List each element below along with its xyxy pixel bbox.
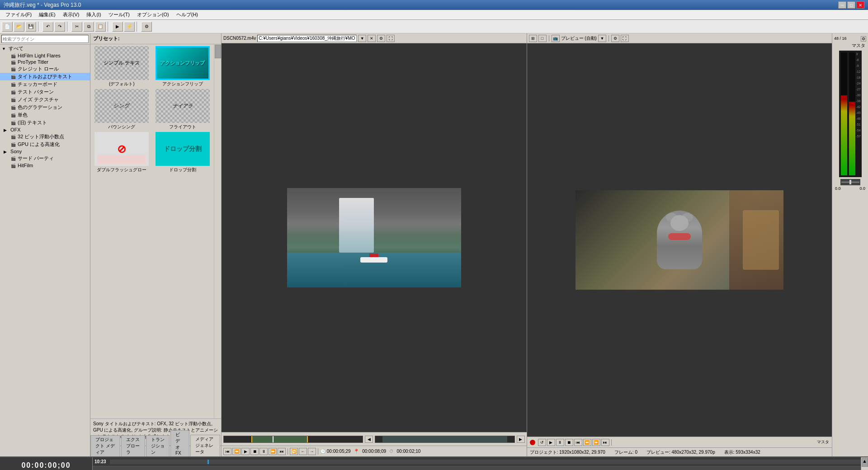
- vu-label: 48 / 16: [834, 36, 847, 42]
- preset-item-default[interactable]: シンプル テキス (デフォルト): [92, 46, 151, 87]
- prev-ctrl-out[interactable]: →: [308, 448, 316, 455]
- preset-item-action-flip[interactable]: アクションフリップ アクションフリップ: [153, 46, 212, 87]
- preview-path-input[interactable]: [257, 35, 357, 42]
- tab-project-media[interactable]: プロジェクト メディア: [90, 435, 120, 456]
- tree-item-credit-roll[interactable]: 🎬 クレジット ロール: [0, 65, 90, 73]
- tree-item-old-text[interactable]: 🎬 (旧) テキスト: [0, 119, 90, 127]
- prev-ctrl-pause[interactable]: ⏸: [259, 448, 268, 455]
- prev-ctrl-next-frame[interactable]: ⏩: [269, 448, 277, 455]
- tree-item-hitfilm-flares[interactable]: 🎬 HitFilm Light Flares: [0, 52, 90, 59]
- preset-item-flyout[interactable]: ナイアラ フライアウト: [153, 89, 212, 130]
- toolbar-redo[interactable]: ↷: [54, 22, 65, 32]
- right-ctrl-skipfwd[interactable]: ⏭: [601, 439, 609, 446]
- previews-row: DSCN0572.m4v ▼ ✕ ⚙ ⛶: [222, 33, 832, 456]
- preview-settings-btn[interactable]: ⚙: [377, 35, 385, 42]
- plugin-icon: 🎬: [11, 98, 16, 102]
- menu-tools[interactable]: ツール(T): [105, 10, 133, 19]
- tab-transitions[interactable]: トランジション: [146, 435, 170, 456]
- toolbar-undo[interactable]: ↶: [42, 22, 53, 32]
- prev-ctrl-play[interactable]: ▶: [241, 448, 250, 455]
- preview-right-zoom[interactable]: □: [538, 35, 547, 42]
- vu-settings[interactable]: ⚙: [861, 36, 866, 42]
- right-ctrl-loop[interactable]: ↺: [538, 439, 546, 446]
- prev-ctrl-start[interactable]: ⏮: [223, 448, 231, 455]
- toolbar-open[interactable]: 📂: [14, 22, 24, 32]
- toolbar-render2[interactable]: ⚡: [124, 22, 135, 32]
- timeline-scrollbar-y[interactable]: ▲ ▼: [861, 457, 868, 470]
- tree-item-solid-color[interactable]: 🎬 単色: [0, 111, 90, 119]
- minimize-btn[interactable]: ─: [838, 1, 846, 9]
- right-ctrl-stepback[interactable]: ⏪: [583, 439, 591, 446]
- preview-mode-dropdown[interactable]: ▼: [598, 35, 606, 42]
- timeline-header: 00:00:00;00: [0, 457, 92, 470]
- preview-close-btn[interactable]: ✕: [368, 35, 376, 42]
- timeline-scroll-bar[interactable]: [110, 460, 861, 464]
- right-ctrl-stepfwd[interactable]: ⏩: [592, 439, 600, 446]
- prev-ctrl-end[interactable]: ⏭: [278, 448, 286, 455]
- preview-path-browse[interactable]: ▼: [358, 35, 366, 42]
- right-ctrl-pause[interactable]: ⏹: [565, 439, 573, 446]
- menu-edit[interactable]: 編集(E): [35, 10, 59, 19]
- preset-item-drop-split[interactable]: ドロップ分割 ドロップ分割: [153, 132, 212, 173]
- tree-item-checkerboard[interactable]: 🎬 チェッカーボード: [0, 80, 90, 88]
- prev-ctrl-stop[interactable]: ⏹: [250, 448, 259, 455]
- scrollbar-up[interactable]: ▲: [862, 458, 868, 467]
- tree-item-noise-texture[interactable]: 🎬 ノイズ テクスチャ: [0, 96, 90, 103]
- right-ctrl-stop[interactable]: ⏸: [556, 439, 564, 446]
- tab-explorer[interactable]: エクスプローラ: [121, 435, 145, 456]
- tree-item-32bit[interactable]: 🎬 32 ビット浮動小数点: [0, 133, 90, 141]
- restore-btn[interactable]: □: [847, 1, 855, 9]
- ctrl-sep3: [611, 439, 612, 446]
- expand-icon: ▼: [2, 47, 7, 51]
- tree-item-gpu[interactable]: 🎬 GPU による高速化: [0, 141, 90, 148]
- preset-item-double-flash[interactable]: ⊘ ダブルフラッシュグロー: [92, 132, 151, 173]
- prev-timebar-left[interactable]: ◀: [365, 436, 373, 443]
- toolbar-new[interactable]: 📄: [2, 22, 13, 32]
- preview-right-settings[interactable]: ⚙: [611, 35, 619, 42]
- preset-label-action-flip: アクションフリップ: [162, 81, 203, 87]
- toolbar-render[interactable]: ▶: [112, 22, 123, 32]
- tree-item-test-pattern[interactable]: 🎬 テスト パターン: [0, 88, 90, 96]
- prev-ctrl-in[interactable]: ←: [299, 448, 307, 455]
- preview-right-snap[interactable]: ⊞: [529, 35, 537, 42]
- toolbar-save[interactable]: 💾: [25, 22, 36, 32]
- preset-item-bouncing[interactable]: シング バウンシング: [92, 89, 151, 130]
- search-input[interactable]: [1, 35, 89, 43]
- prev-timebar-right[interactable]: ▶: [517, 436, 525, 443]
- prev-ctrl-loop[interactable]: 🔁: [290, 448, 298, 455]
- tree-item-hitfilm[interactable]: 🎬 HitFilm: [0, 162, 90, 169]
- plugin-icon: 🎬: [11, 82, 16, 87]
- toolbar-copy[interactable]: ⧉: [83, 22, 94, 32]
- menu-insert[interactable]: 挿入(I): [83, 10, 104, 19]
- preset-header: プリセット:: [90, 33, 221, 44]
- tree-item-third-party[interactable]: 🎬 サード パーティ: [0, 155, 90, 162]
- tree-item-gradient[interactable]: 🎬 色のグラデーション: [0, 103, 90, 111]
- right-ctrl-skipback[interactable]: ⏮: [574, 439, 582, 446]
- tab-media-generator[interactable]: メディア ジェネレータ: [190, 435, 220, 456]
- toolbar-cut[interactable]: ✂: [71, 22, 82, 32]
- tree-root[interactable]: ▼ すべて: [0, 45, 90, 52]
- menu-help[interactable]: ヘルプ(H): [173, 10, 202, 19]
- prev-ctrl-prev-frame[interactable]: ⏪: [232, 448, 241, 455]
- menu-view[interactable]: 表示(V): [59, 10, 83, 19]
- preview-fullscreen-btn[interactable]: ⛶: [387, 35, 395, 42]
- close-btn[interactable]: ✕: [856, 1, 864, 9]
- preview-right-status: プロジェクト: 1920x1080x32, 29.970 フレーム: 0 プレビ…: [527, 447, 832, 456]
- preview-mask-label: マスタ: [817, 439, 829, 445]
- timeline-ruler[interactable]: 10:23: [93, 457, 861, 466]
- tree-item-protype[interactable]: 🎬 ProType Titler: [0, 59, 90, 65]
- sep: [549, 35, 549, 42]
- toolbar-paste[interactable]: 📋: [95, 22, 106, 32]
- toolbar-sep4: [137, 22, 139, 32]
- tree-item-ofx[interactable]: ▶ OFX: [0, 127, 90, 133]
- preview-mode-label: プレビュー (自動): [561, 35, 597, 42]
- preview-right-fullscreen[interactable]: ⛶: [621, 35, 629, 42]
- preview-right-mode[interactable]: 📺: [552, 35, 560, 42]
- menu-file[interactable]: ファイル(F): [2, 10, 35, 19]
- tree-item-sony[interactable]: ▶ Sony: [0, 148, 90, 155]
- tree-item-title-text[interactable]: 🎬 タイトルおよびテキスト: [0, 73, 90, 80]
- right-ctrl-play[interactable]: ▶: [547, 439, 555, 446]
- menu-options[interactable]: オプション(O): [133, 10, 173, 19]
- tab-video-fx[interactable]: ビデオ FX: [170, 430, 189, 456]
- toolbar-settings[interactable]: ⚙: [141, 22, 152, 32]
